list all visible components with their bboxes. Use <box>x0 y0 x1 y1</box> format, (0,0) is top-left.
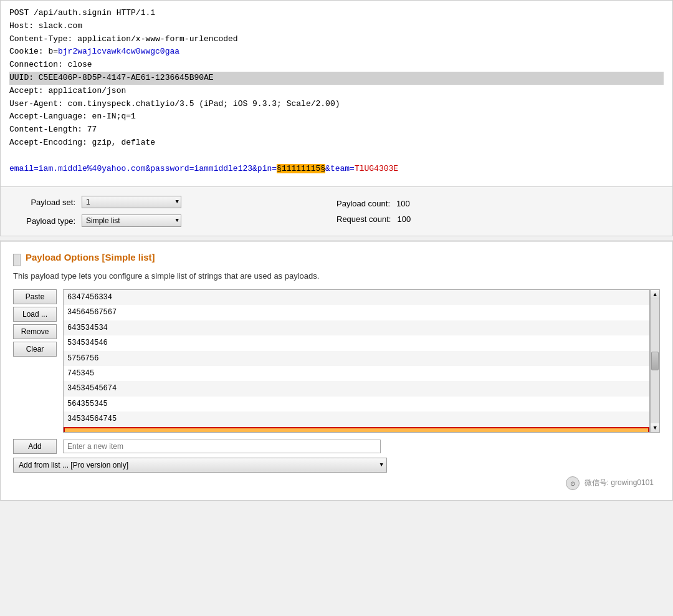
request-count-label: Request count: <box>336 214 391 224</box>
list-item[interactable]: 5756756 <box>64 351 649 366</box>
payload-type-row: Payload type: Simple list Runtime file C… <box>19 214 336 227</box>
email-team: TlUG4303E <box>355 164 398 173</box>
request-line-accept: Accept: application/json <box>9 85 664 98</box>
add-row: Add <box>13 439 660 454</box>
payload-set-row: Payload set: 1 2 <box>19 196 336 208</box>
list-item[interactable]: 34534545674 <box>64 381 649 396</box>
request-line-ua: User-Agent: com.tinyspeck.chatlyio/3.5 (… <box>9 98 664 111</box>
request-count-row: Request count: 100 <box>336 214 654 224</box>
request-line-uuid: UUID: C5EE406P-8D5P-4147-AE61-1236645B90… <box>9 72 664 85</box>
request-line-length: Content-Length: 77 <box>9 123 664 137</box>
add-button[interactable]: Add <box>13 439 57 454</box>
payload-count-label: Payload count: <box>336 199 390 208</box>
request-line-cookie: Cookie: b=bjr2wajlcvawk4cw0wwgc0gaa <box>9 46 664 59</box>
payload-type-select[interactable]: Simple list Runtime file Custom iterator <box>82 214 181 227</box>
email-prefix: email=iam.middle%40yahoo.com&password=ia… <box>9 164 277 173</box>
payload-right-col: Payload count: 100 Request count: 100 <box>336 199 654 224</box>
scroll-bar[interactable]: ▲ ▼ <box>650 289 660 433</box>
add-from-list-wrapper[interactable]: Add from list ... [Pro version only] <box>13 458 387 473</box>
section-toggle[interactable] <box>13 254 21 266</box>
watermark-icon: ⊙ <box>566 476 580 490</box>
email-suffix: &team= <box>325 164 355 173</box>
list-item[interactable]: 6347456334 <box>64 290 649 305</box>
payload-set-wrapper[interactable]: 1 2 <box>82 196 181 208</box>
email-highlighted: §11111115§ <box>277 164 325 173</box>
payload-count-value: 100 <box>396 199 410 208</box>
paste-button[interactable]: Paste <box>13 289 57 304</box>
add-from-list-row: Add from list ... [Pro version only] <box>13 458 660 473</box>
request-blank <box>9 150 664 163</box>
watermark-text: 微信号: growing0101 <box>585 478 654 487</box>
request-line-1: POST /api/auth.signin HTTP/1.1 <box>9 7 664 20</box>
list-item[interactable]: 564355345 <box>64 397 649 411</box>
uuid-value: C5EE406P-8D5P-4147-AE61-1236645B90AE <box>39 73 214 82</box>
request-line-2: Host: slack.com <box>9 20 664 33</box>
request-count-value: 100 <box>397 214 411 224</box>
request-email-line: email=iam.middle%40yahoo.com&password=ia… <box>9 163 664 176</box>
section-desc: This payload type lets you configure a s… <box>13 271 660 281</box>
scroll-up-button[interactable]: ▲ <box>651 290 659 299</box>
payload-set-label: Payload set: <box>19 198 75 207</box>
payload-count-row: Payload count: 100 <box>336 199 654 208</box>
remove-button[interactable]: Remove <box>13 324 57 339</box>
request-line-connection: Connection: close <box>9 59 664 72</box>
scroll-down-button[interactable]: ▼ <box>651 423 659 432</box>
list-buttons: Paste Load ... Remove Clear <box>13 289 57 433</box>
payload-set-select[interactable]: 1 2 <box>82 196 181 208</box>
request-line-encoding: Accept-Encoding: gzip, deflate <box>9 137 664 150</box>
payload-options-section: Payload Options [Simple list] This paylo… <box>0 240 673 501</box>
request-line-3: Content-Type: application/x-www-form-url… <box>9 33 664 46</box>
request-panel: POST /api/auth.signin HTTP/1.1 Host: sla… <box>0 0 673 187</box>
section-title: Payload Options [Simple list] <box>26 252 155 262</box>
list-item-selected[interactable]: 888292219 <box>64 427 649 433</box>
payload-controls: Payload set: 1 2 Payload type: Simple li… <box>0 187 673 236</box>
request-line-lang: Accept-Language: en-IN;q=1 <box>9 110 664 123</box>
list-and-scroll: 6347456334345645675676435345345345345465… <box>63 289 660 433</box>
add-input[interactable] <box>63 440 381 453</box>
payload-left-col: Payload set: 1 2 Payload type: Simple li… <box>19 196 336 227</box>
payload-type-wrapper[interactable]: Simple list Runtime file Custom iterator <box>82 214 181 227</box>
clear-button[interactable]: Clear <box>13 342 57 357</box>
list-item[interactable]: 534534546 <box>64 335 649 350</box>
load-button[interactable]: Load ... <box>13 307 57 322</box>
cookie-value: bjr2wajlcvawk4cw0wwgc0gaa <box>58 47 179 56</box>
list-item[interactable]: 34564567567 <box>64 305 649 320</box>
watermark: ⊙ 微信号: growing0101 <box>13 473 660 490</box>
list-area: Paste Load ... Remove Clear 634745633434… <box>13 289 660 433</box>
list-item[interactable]: 34534564745 <box>64 411 649 426</box>
add-from-list-select[interactable]: Add from list ... [Pro version only] <box>13 458 387 473</box>
payload-list[interactable]: 6347456334345645675676435345345345345465… <box>63 289 650 433</box>
payload-type-label: Payload type: <box>19 216 75 226</box>
list-scroll-container: 6347456334345645675676435345345345345465… <box>63 289 660 433</box>
list-item[interactable]: 745345 <box>64 366 649 381</box>
scroll-thumb[interactable] <box>651 352 659 370</box>
list-item[interactable]: 643534534 <box>64 320 649 335</box>
